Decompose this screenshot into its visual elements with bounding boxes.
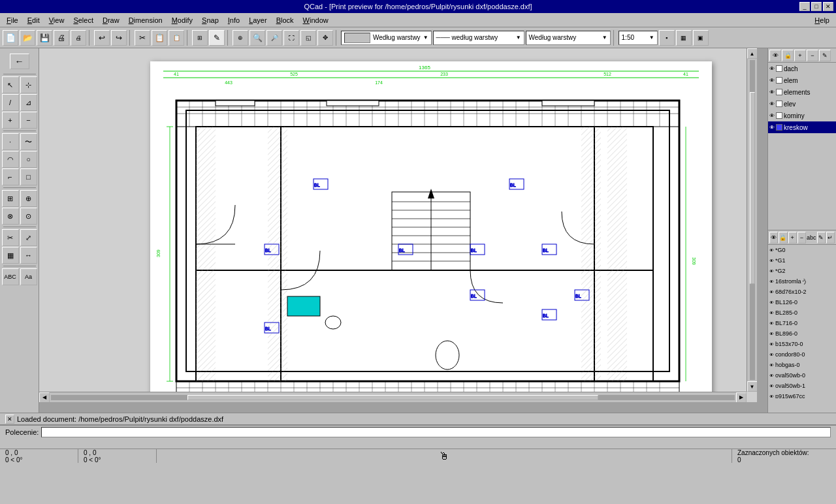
snap-btn[interactable]: ✎: [209, 30, 225, 46]
menu-file[interactable]: File: [3, 15, 22, 25]
snap-point[interactable]: ⊕: [20, 190, 37, 207]
menu-view[interactable]: View: [45, 15, 69, 25]
hatch-tool[interactable]: ▦: [2, 247, 19, 264]
v-scroll-track[interactable]: [750, 60, 755, 380]
select-tool[interactable]: ↖: [2, 76, 19, 93]
move-tool[interactable]: ⤢: [20, 229, 37, 246]
cut-btn[interactable]: ✂: [135, 30, 150, 46]
block-item-oval50wb1[interactable]: 👁 oval50wb-1: [768, 381, 836, 391]
construct-tool[interactable]: ⊿: [20, 94, 37, 111]
layer-del-btn[interactable]: −: [807, 50, 818, 61]
block-edit-btn[interactable]: ✎: [817, 232, 826, 244]
rect-tool[interactable]: □: [20, 168, 37, 185]
layer-lock-btn[interactable]: 🔒: [782, 50, 794, 61]
status-close-btn[interactable]: ✕: [5, 415, 14, 424]
v-scroll-thumb[interactable]: [750, 92, 755, 284]
block-item-g1[interactable]: 👁 *G1: [768, 255, 836, 266]
block-del-btn[interactable]: −: [797, 232, 806, 244]
layer-item-kominy[interactable]: 👁 kominy: [768, 110, 836, 121]
edit-tool[interactable]: ✂: [2, 229, 19, 246]
back-button[interactable]: ←: [10, 54, 29, 69]
block-eye-btn[interactable]: 👁: [769, 232, 778, 244]
attrib-tool[interactable]: Aa: [20, 268, 37, 285]
block-item-g2[interactable]: 👁 *G2: [768, 266, 836, 276]
menu-block[interactable]: Block: [272, 15, 298, 25]
save-btn[interactable]: 💾: [37, 30, 52, 46]
layer-item-dach[interactable]: 👁 dach: [768, 63, 836, 74]
block-item-68d76[interactable]: 👁 68d76x10-2: [768, 287, 836, 297]
redo-btn[interactable]: ↪: [111, 30, 127, 46]
pan-btn[interactable]: ✥: [317, 30, 333, 46]
menu-dimension[interactable]: Dimension: [125, 15, 167, 25]
menu-info[interactable]: Info: [224, 15, 244, 25]
block-add-btn[interactable]: +: [788, 232, 797, 244]
scroll-down-btn[interactable]: ▼: [747, 381, 758, 392]
drawing-area[interactable]: 1365 525 233 512 41 41 443 174: [39, 48, 757, 402]
copy-btn[interactable]: 📋: [152, 30, 167, 46]
block-item-condor[interactable]: 👁 condor80-0: [768, 349, 836, 360]
menu-snap[interactable]: Snap: [198, 15, 223, 25]
block-insert-btn[interactable]: ↵: [826, 232, 835, 244]
menu-draw[interactable]: Draw: [99, 15, 123, 25]
layer-item-elements[interactable]: 👁 elements: [768, 86, 836, 98]
circle-tool[interactable]: ○: [20, 151, 37, 168]
block-item-oval50wb0[interactable]: 👁 oval50wb-0: [768, 370, 836, 381]
block-item-p915[interactable]: 👁 p915w67cc: [768, 391, 836, 398]
select-cross[interactable]: ⊹: [20, 76, 37, 93]
view-toggle1[interactable]: ▪: [659, 30, 675, 46]
undo-btn[interactable]: ↩: [94, 30, 110, 46]
layer-item-elev[interactable]: 👁 elev: [768, 98, 836, 110]
new-btn[interactable]: 📄: [3, 30, 18, 46]
close-btn[interactable]: ✕: [823, 2, 833, 11]
snap-center[interactable]: ⊙: [20, 208, 37, 225]
minimize-btn[interactable]: _: [799, 2, 810, 11]
menu-modify[interactable]: Modify: [168, 15, 197, 25]
canvas-area[interactable]: 1365 525 233 512 41 41 443 174: [39, 48, 767, 413]
zoom-fit-btn[interactable]: ⛶: [283, 30, 299, 46]
snap-middle[interactable]: ⊗: [2, 208, 19, 225]
printprev-btn[interactable]: 🖨: [71, 30, 86, 46]
block-item-bl285[interactable]: 👁 BL285-0: [768, 307, 836, 318]
menu-edit[interactable]: Edit: [24, 15, 44, 25]
scroll-up-btn[interactable]: ▲: [747, 48, 758, 59]
block-item-g0[interactable]: 👁 *G0: [768, 245, 836, 255]
view-toggle2[interactable]: ▦: [676, 30, 692, 46]
paste-btn[interactable]: 📋: [169, 30, 184, 46]
zoom-out-btn[interactable]: 🔎: [266, 30, 282, 46]
zoom-prev-btn[interactable]: ◱: [300, 30, 316, 46]
point-tool[interactable]: ·: [2, 133, 19, 150]
block-item-bl716[interactable]: 👁 BL716-0: [768, 318, 836, 328]
linetype-dropdown[interactable]: ─── według warstwy ▼: [433, 31, 524, 45]
layer-add-btn[interactable]: +: [794, 50, 806, 61]
zoom-out-lt[interactable]: −: [20, 112, 37, 129]
block-item-16strom[interactable]: 👁 16stromlaう: [768, 276, 836, 287]
freehand-tool[interactable]: 〜: [20, 133, 37, 150]
scroll-left-btn[interactable]: ◀: [39, 392, 50, 403]
block-item-bl126[interactable]: 👁 BL126-0: [768, 297, 836, 307]
menu-select[interactable]: Select: [69, 15, 97, 25]
horizontal-scrollbar[interactable]: ◀ ▶: [39, 392, 747, 402]
layer-item-elem[interactable]: 👁 elem: [768, 74, 836, 86]
snap-grid[interactable]: ⊞: [2, 190, 19, 207]
menu-layer[interactable]: Layer: [245, 15, 271, 25]
linewidth-dropdown[interactable]: Według warstwy ▼: [526, 31, 611, 45]
text-tool[interactable]: ABC: [2, 268, 19, 285]
h-scroll-thumb[interactable]: [187, 395, 598, 400]
open-btn[interactable]: 📂: [20, 30, 35, 46]
block-item-bl896[interactable]: 👁 BL896-0: [768, 328, 836, 339]
print-btn[interactable]: 🖨: [54, 30, 69, 46]
dim-tool[interactable]: ↔: [20, 247, 37, 264]
scroll-right-btn[interactable]: ▶: [736, 392, 747, 403]
zoom-in-btn[interactable]: 🔍: [249, 30, 265, 46]
zoom-win-btn[interactable]: ⊕: [233, 30, 248, 46]
block-item-hobgas[interactable]: 👁 hobgas-0: [768, 360, 836, 370]
color-dropdown[interactable]: Według warstwy ▼: [341, 31, 432, 45]
grid-btn[interactable]: ⊞: [192, 30, 208, 46]
h-scroll-track[interactable]: [51, 395, 735, 400]
layer-eye-btn[interactable]: 👁: [769, 50, 781, 61]
titlebar-controls[interactable]: _ □ ✕: [799, 2, 833, 11]
command-input[interactable]: [41, 427, 831, 437]
view-toggle3[interactable]: ▣: [693, 30, 709, 46]
zoom-in-lt[interactable]: +: [2, 112, 19, 129]
menu-window[interactable]: Window: [299, 15, 332, 25]
